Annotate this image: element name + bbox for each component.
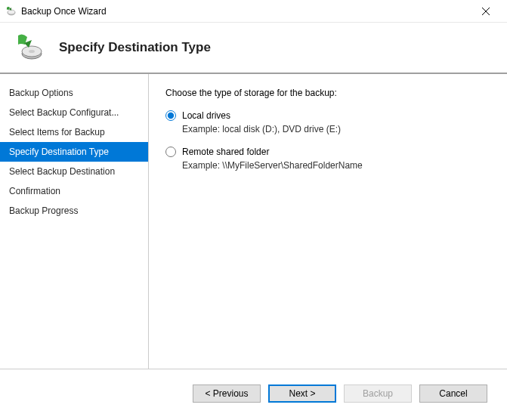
radio-local-drives-label: Local drives [182, 110, 230, 121]
window-title: Backup Once Wizard [21, 6, 471, 17]
sidebar-item-backup-progress[interactable]: Backup Progress [0, 201, 148, 221]
sidebar-item-select-backup-destination[interactable]: Select Backup Destination [0, 162, 148, 181]
titlebar: Backup Once Wizard [0, 0, 507, 23]
wizard-content: Choose the type of storage for the backu… [149, 74, 507, 369]
radio-local-drives-input[interactable] [165, 110, 176, 121]
next-button[interactable]: Next > [268, 384, 336, 403]
close-icon [482, 8, 490, 15]
page-title: Specify Destination Type [59, 40, 211, 55]
svg-point-6 [29, 50, 35, 53]
radio-remote-shared-input[interactable] [165, 147, 176, 157]
cancel-button[interactable]: Cancel [419, 384, 487, 403]
backup-button: Backup [344, 384, 412, 403]
app-icon [5, 5, 17, 17]
sidebar-item-backup-options[interactable]: Backup Options [0, 83, 148, 103]
wizard-steps-sidebar: Backup Options Select Backup Configurat.… [0, 74, 149, 369]
sidebar-item-specify-destination-type[interactable]: Specify Destination Type [0, 142, 148, 162]
content-prompt: Choose the type of storage for the backu… [165, 88, 490, 98]
wizard-header-icon [14, 32, 44, 63]
example-remote-shared: Example: \\MyFileServer\SharedFolderName [182, 160, 490, 171]
previous-button[interactable]: < Previous [193, 384, 261, 403]
sidebar-item-select-backup-config[interactable]: Select Backup Configurat... [0, 103, 148, 122]
close-button[interactable] [471, 1, 501, 22]
radio-local-drives[interactable]: Local drives [165, 110, 490, 121]
sidebar-item-confirmation[interactable]: Confirmation [0, 181, 148, 201]
wizard-footer: < Previous Next > Backup Cancel [0, 369, 507, 417]
sidebar-item-select-items[interactable]: Select Items for Backup [0, 122, 148, 142]
example-local-drives: Example: local disk (D:), DVD drive (E:) [182, 124, 490, 134]
wizard-header: Specify Destination Type [0, 23, 507, 74]
wizard-body: Backup Options Select Backup Configurat.… [0, 74, 507, 369]
radio-remote-shared-label: Remote shared folder [182, 147, 269, 157]
radio-remote-shared[interactable]: Remote shared folder [165, 147, 490, 157]
